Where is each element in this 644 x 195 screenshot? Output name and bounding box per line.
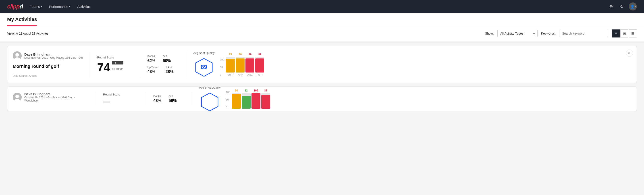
activity-quality: Avg Shot Quality 100 50 0 94 <box>199 92 631 106</box>
quality-hex-container: Avg Shot Quality <box>199 86 221 111</box>
avatar <box>13 51 22 60</box>
activity-user-info: Dave Billingham December 05, 2021 - Gog … <box>24 52 82 59</box>
fw-hit-label: FW Hit <box>147 55 156 58</box>
gir-value: 50% <box>163 58 171 63</box>
arg-value: 89 <box>248 53 252 56</box>
score-main: — <box>103 98 139 105</box>
divider <box>90 51 90 78</box>
quality-hex-container: Avg Shot Quality 89 <box>193 51 215 78</box>
app-value: 90 <box>239 53 242 56</box>
arg-label: ARG <box>248 74 253 76</box>
viewing-total: 29 <box>32 32 36 35</box>
edit-button[interactable]: ✏ <box>626 50 633 57</box>
refresh-button[interactable]: ↻ <box>618 3 625 10</box>
divider <box>96 92 96 106</box>
quality-chart: 100 50 0 94 82 <box>226 89 631 109</box>
col1-bar <box>232 94 241 109</box>
view-grid-button[interactable]: ⊞ <box>620 30 628 38</box>
list-full-icon: ☰ <box>631 32 634 36</box>
keyword-search-input[interactable] <box>559 30 608 37</box>
filter-bar: Viewing 12 out of 29 Activities Show: Al… <box>0 26 644 41</box>
quality-hex-shape: 89 <box>194 57 214 78</box>
gir-label: GIR <box>169 95 177 98</box>
page-header: My Activities <box>0 13 644 26</box>
nav-teams-label: Teams <box>30 5 40 8</box>
activity-stats: FW Hit 43% GIR 56% <box>153 92 184 106</box>
ott-value: 85 <box>229 53 232 56</box>
score-main: 74 +4 18 Holes <box>97 61 133 73</box>
ott-bar <box>226 59 235 72</box>
app-label: APP <box>238 74 242 76</box>
user-name: Dave Billingham <box>24 92 88 96</box>
fw-hit-stat: FW Hit 62% <box>147 55 156 63</box>
col4-value: 87 <box>264 89 267 92</box>
col4-bar-container <box>261 93 270 109</box>
fw-hit-label: FW Hit <box>153 95 162 98</box>
navbar-actions: ⊕ ↻ 👤 ▾ <box>608 2 637 10</box>
updown-stat: Up/Down 43% <box>147 66 158 74</box>
gir-stat: GIR 56% <box>169 95 177 103</box>
activity-quality: Avg Shot Quality 89 100 50 0 <box>193 51 631 78</box>
viewing-prefix: Viewing <box>7 32 19 35</box>
svg-point-5 <box>16 94 19 98</box>
activity-info: Dave Billingham December 05, 2021 - Gog … <box>13 51 82 78</box>
activity-date: December 05, 2021 - Gog Magog Golf Club … <box>24 56 82 59</box>
avatar-icon: 👤 <box>630 4 635 9</box>
chart-column-1: 94 <box>232 89 241 109</box>
col3-bar <box>252 93 260 109</box>
view-list-full-button[interactable]: ☰ <box>629 30 637 38</box>
activity-type-wrapper: All Activity Types <box>498 30 538 37</box>
quality-label: Avg Shot Quality <box>199 86 221 89</box>
activity-source: Data Source: Arccos <box>13 74 82 78</box>
chart-column-arg: 89 ARG <box>246 53 254 76</box>
activity-title: Morning round of golf <box>13 64 82 69</box>
stat-row-bottom: Up/Down 43% 1 Putt 28% <box>147 66 178 74</box>
viewing-middle: out of <box>22 32 32 35</box>
show-label: Show: <box>485 32 494 35</box>
score-number: — <box>103 98 110 105</box>
app-bar <box>236 58 244 72</box>
nav-performance[interactable]: Performance ▾ <box>49 1 70 12</box>
add-button[interactable]: ⊕ <box>608 3 614 10</box>
avatar-chevron: ▾ <box>635 5 636 8</box>
grid-icon: ⊞ <box>623 32 626 36</box>
activity-card: ✏ Dave Billingham December 05, 2021 - Go… <box>7 46 637 83</box>
logo[interactable]: clippd <box>7 3 23 10</box>
viewing-suffix: Activities <box>36 32 48 35</box>
quality-label: Avg Shot Quality <box>193 51 215 55</box>
divider <box>186 51 186 78</box>
ott-label: OTT <box>228 74 233 76</box>
view-list-compact-button[interactable]: ≡ <box>612 30 620 38</box>
avatar <box>13 93 22 102</box>
score-holes: 18 Holes <box>112 67 123 70</box>
round-score-label: Round Score <box>103 93 139 96</box>
putt-value: 89 <box>258 53 261 56</box>
nav-teams[interactable]: Teams ▾ <box>30 1 42 12</box>
fw-hit-value: 62% <box>147 58 156 63</box>
score-number: 74 <box>97 62 110 73</box>
activity-stats: FW Hit 62% GIR 50% Up/Down 43% 1 Putt 28… <box>147 51 178 78</box>
one-putt-label: 1 Putt <box>166 66 174 69</box>
putt-bar-container <box>255 57 264 72</box>
ott-bar-container <box>226 57 235 72</box>
updown-value: 43% <box>147 70 158 74</box>
fw-hit-value: 43% <box>153 98 162 103</box>
col1-value: 94 <box>235 89 238 92</box>
stat-row-top: FW Hit 62% GIR 50% <box>147 55 178 63</box>
one-putt-stat: 1 Putt 28% <box>166 66 174 74</box>
chart-column-2: 82 <box>242 89 250 109</box>
activity-user-info: Dave Billingham October 16, 2021 - Gog M… <box>24 92 88 102</box>
nav-activities[interactable]: Activities <box>78 1 90 12</box>
col2-bar-container <box>242 93 250 109</box>
gir-value: 56% <box>169 98 177 103</box>
chart-column-app: 90 APP <box>236 53 244 76</box>
chart-area: 100 50 0 94 82 <box>226 89 631 109</box>
chart-y-labels: 100 50 0 <box>220 58 224 76</box>
user-avatar[interactable]: 👤 ▾ <box>629 2 637 10</box>
quality-hex-shape <box>200 92 220 111</box>
activity-type-select[interactable]: All Activity Types <box>498 30 538 37</box>
activity-card: Dave Billingham October 16, 2021 - Gog M… <box>7 86 637 111</box>
keywords-label: Keywords: <box>541 32 556 35</box>
user-name: Dave Billingham <box>24 52 82 56</box>
nav-performance-label: Performance <box>49 5 68 8</box>
